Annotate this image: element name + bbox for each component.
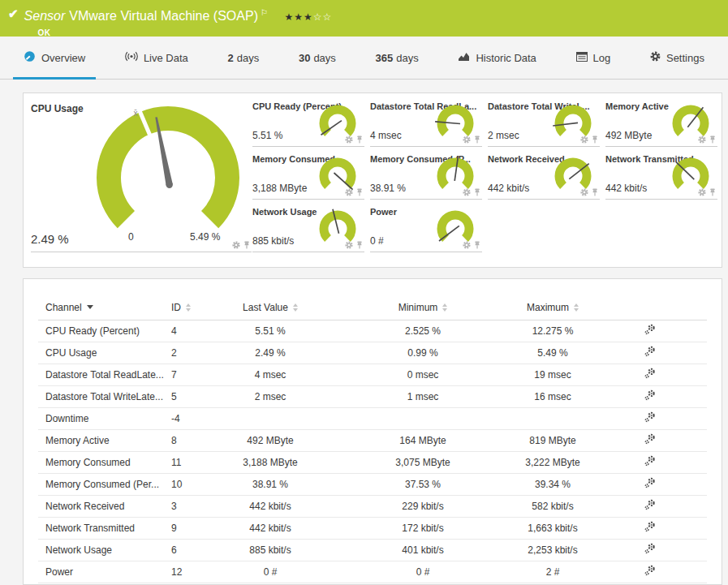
channel-minimum: 0 msec [321, 363, 525, 385]
gauge-last-value: 0 # [370, 235, 384, 247]
channel-maximum: 1,663 kbit/s [525, 517, 616, 539]
channel-settings-button[interactable] [644, 324, 656, 335]
channel-settings-button[interactable] [644, 368, 656, 379]
gauge-last-value: 885 kbit/s [252, 235, 294, 247]
gauge-settings-button[interactable] [345, 241, 353, 249]
gauge-settings-button[interactable] [345, 188, 353, 196]
small-gauges-grid: CPU Ready (Percent) 5.51 % Datastore Tot… [252, 100, 717, 252]
tab-days[interactable]: 365days [365, 37, 429, 79]
channel-settings-button[interactable] [644, 543, 656, 554]
gauge-scale-max: 5.49 % [190, 231, 220, 243]
gauge-pin-button[interactable] [243, 241, 250, 249]
gauge-tile-icons [698, 135, 716, 144]
cpu-usage-gauge-tile: CPU Usage x̄ 2.49 % 0 5.49 % [31, 98, 252, 252]
channels-table: Channel ID Last Value Minimum Maximum CP… [38, 295, 707, 583]
channel-last-value: 442 kbit/s [220, 495, 321, 517]
gauge-pin-button[interactable] [592, 135, 598, 144]
sort-both-icon [442, 303, 447, 312]
tab-live-data[interactable]: Live Data [114, 37, 199, 79]
gauge-pin-button[interactable] [356, 241, 363, 249]
tab-label: days [396, 52, 418, 64]
gauge-settings-button[interactable] [463, 241, 471, 249]
table-row: Network Transmitted 9 442 kbit/s 172 kbi… [38, 517, 707, 539]
channel-id: 11 [171, 451, 220, 473]
gauge-pin-button[interactable] [474, 241, 480, 249]
gauge-settings-button[interactable] [463, 188, 471, 196]
gauge-pin-button[interactable] [474, 135, 480, 144]
gauge-last-value: 5.51 % [252, 130, 282, 141]
column-header-id[interactable]: ID [171, 295, 220, 320]
tab-settings[interactable]: Settings [640, 37, 715, 79]
gauge-settings-button[interactable] [232, 241, 240, 249]
gauge-pin-button[interactable] [709, 135, 716, 144]
gauge-pin-button[interactable] [356, 188, 363, 196]
table-header-row: Channel ID Last Value Minimum Maximum [38, 295, 707, 320]
gauge-tile-memory-active: Memory Active 492 MByte [605, 100, 717, 147]
log-icon [576, 52, 588, 64]
gauge-settings-button[interactable] [345, 135, 353, 144]
tab-overview[interactable]: Overview [13, 37, 96, 79]
channel-settings-button[interactable] [644, 411, 656, 423]
gauge-tile-network-usage: Network Usage 885 kbit/s [252, 205, 364, 252]
priority-stars[interactable]: ★★★☆☆ [284, 11, 332, 23]
channel-last-value: 5.51 % [220, 320, 321, 342]
gauge-settings-button[interactable] [698, 188, 706, 196]
tab-days[interactable]: 30days [288, 37, 347, 79]
gauge-tile-icons [698, 188, 716, 196]
column-header-last-value[interactable]: Last Value [220, 295, 321, 320]
tab-log[interactable]: Log [566, 37, 622, 79]
channel-maximum: 582 kbit/s [525, 495, 616, 517]
sort-both-icon [186, 303, 191, 312]
gauge-settings-button[interactable] [463, 135, 471, 144]
column-header-maximum[interactable]: Maximum [525, 295, 616, 320]
gauge-last-value: 38.91 % [370, 183, 406, 194]
gauge-tile-icons [232, 241, 250, 249]
tab-days[interactable]: 2days [218, 37, 270, 79]
gauge-settings-button[interactable] [698, 135, 706, 144]
tab-historic-data[interactable]: Historic Data [447, 37, 546, 79]
channel-id: 5 [171, 385, 220, 407]
channel-settings-button[interactable] [644, 565, 656, 576]
channels-table-panel: Channel ID Last Value Minimum Maximum CP… [23, 278, 722, 585]
tab-label: Historic Data [476, 52, 536, 64]
channel-name: CPU Usage [38, 342, 171, 363]
gauge-settings-button[interactable] [580, 188, 588, 196]
table-row: Downtime -4 [38, 407, 707, 429]
channel-id: 4 [171, 320, 220, 342]
channel-name: Datastore Total WriteLate... [38, 385, 171, 407]
gauge-pin-button[interactable] [592, 188, 598, 196]
gauge-tile-icons [345, 241, 363, 249]
gauge-pin-button[interactable] [474, 188, 480, 196]
tab-label: Settings [666, 52, 704, 64]
gauge-tile-icons [463, 241, 480, 249]
average-marker: x̄ [134, 109, 138, 118]
gauge-pin-button[interactable] [709, 188, 716, 196]
channel-settings-button[interactable] [644, 499, 656, 510]
channel-settings-button[interactable] [644, 346, 656, 357]
gauge-pin-button[interactable] [356, 135, 363, 144]
gauge-last-value: 2.49 % [31, 232, 69, 246]
channel-settings-button[interactable] [644, 477, 656, 488]
channel-minimum: 2.525 % [321, 320, 525, 342]
channel-id: 8 [171, 429, 220, 451]
channel-settings-button[interactable] [644, 521, 656, 532]
gauge-tile-icons [463, 135, 480, 144]
channel-settings-button[interactable] [644, 455, 656, 467]
table-row: Memory Active 8 492 MByte 164 MByte 819 … [38, 429, 707, 451]
channel-last-value: 2.49 % [220, 342, 321, 363]
channel-name: Memory Active [38, 429, 171, 451]
tab-label: Overview [41, 52, 85, 64]
channel-id: 3 [171, 495, 220, 517]
gauge-settings-button[interactable] [580, 135, 588, 144]
gauge-last-value: 3,188 MByte [252, 183, 307, 194]
channel-settings-button[interactable] [644, 433, 656, 445]
channel-id: 7 [171, 363, 220, 385]
column-header-channel[interactable]: Channel [38, 295, 171, 320]
channel-id: -4 [171, 407, 220, 429]
channel-settings-button[interactable] [644, 389, 656, 401]
gauge-last-value: 4 msec [370, 130, 402, 141]
gauge-tile-cpu-ready-percent: CPU Ready (Percent) 5.51 % [252, 100, 364, 147]
channel-name: CPU Ready (Percent) [38, 320, 171, 342]
channel-maximum: 16 msec [525, 385, 616, 407]
column-header-minimum[interactable]: Minimum [321, 295, 525, 320]
